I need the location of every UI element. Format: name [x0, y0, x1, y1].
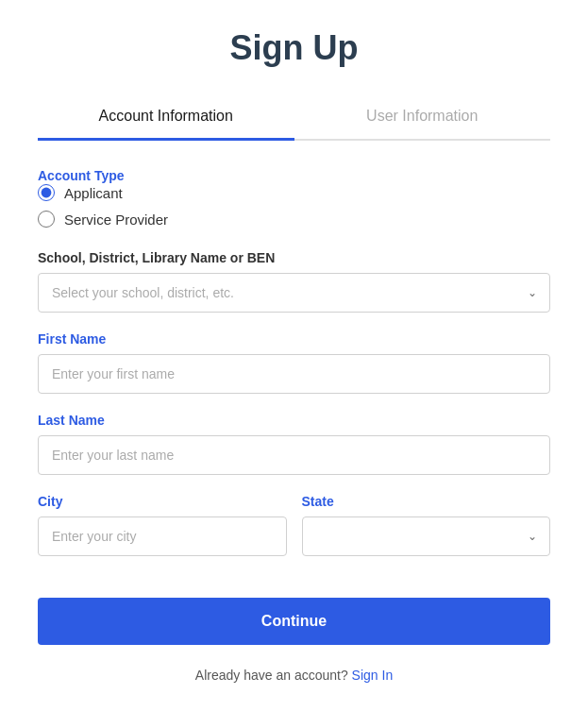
radio-service-provider-label: Service Provider: [64, 212, 168, 228]
page-wrapper: Sign Up Account Information User Informa…: [0, 0, 588, 720]
tabs-container: Account Information User Information: [38, 96, 550, 141]
state-label: State: [302, 494, 551, 509]
tab-user-information[interactable]: User Information: [294, 96, 551, 141]
city-state-row: City State Alabama Alaska Arizona Califo…: [38, 494, 550, 575]
last-name-group: Last Name: [38, 413, 550, 475]
city-label: City: [38, 494, 287, 509]
state-select-wrapper: Alabama Alaska Arizona California Colora…: [302, 516, 551, 556]
city-input[interactable]: [38, 516, 287, 556]
state-group: State Alabama Alaska Arizona California …: [302, 494, 551, 556]
city-group: City: [38, 494, 287, 556]
continue-button[interactable]: Continue: [38, 598, 550, 645]
first-name-label: First Name: [38, 331, 550, 347]
last-name-label: Last Name: [38, 413, 550, 428]
state-select[interactable]: Alabama Alaska Arizona California Colora…: [302, 516, 551, 556]
last-name-input[interactable]: [38, 435, 550, 475]
school-select[interactable]: Select your school, district, etc.: [38, 273, 550, 313]
account-type-label: Account Type: [38, 168, 125, 183]
account-type-group: Account Type Applicant Service Provider: [38, 167, 550, 228]
first-name-group: First Name: [38, 331, 550, 394]
school-select-wrapper: Select your school, district, etc. ⌄: [38, 273, 550, 313]
radio-service-provider-input[interactable]: [38, 211, 55, 228]
tab-account-information[interactable]: Account Information: [38, 96, 294, 141]
signin-link[interactable]: Sign In: [352, 668, 394, 683]
radio-applicant-input[interactable]: [38, 184, 55, 201]
radio-group: Applicant Service Provider: [38, 184, 550, 228]
school-field-group: School, District, Library Name or BEN Se…: [38, 250, 550, 313]
radio-applicant[interactable]: Applicant: [38, 184, 550, 201]
school-label: School, District, Library Name or BEN: [38, 250, 550, 265]
radio-service-provider[interactable]: Service Provider: [38, 211, 550, 228]
signin-prompt-text: Already have an account?: [195, 668, 348, 683]
signin-row: Already have an account? Sign In: [38, 668, 550, 683]
radio-applicant-label: Applicant: [64, 185, 123, 201]
first-name-input[interactable]: [38, 354, 550, 394]
page-title: Sign Up: [38, 28, 550, 68]
